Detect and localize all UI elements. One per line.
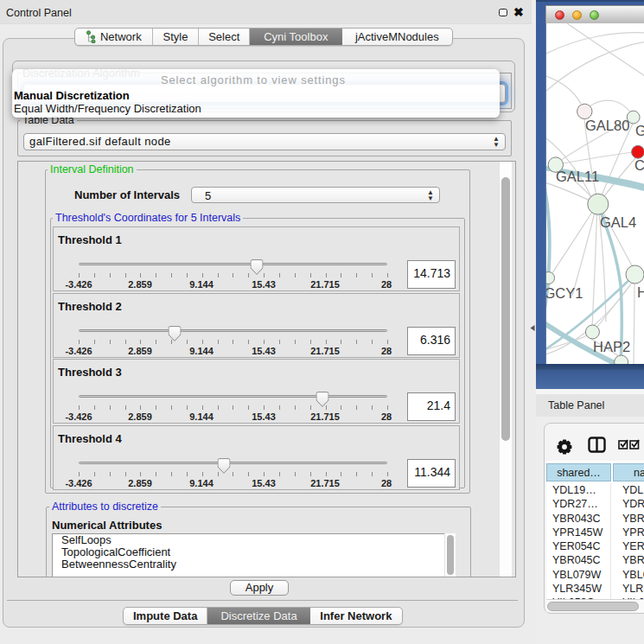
svg-text:GCY1: GCY1 <box>546 285 583 301</box>
svg-text:GA: GA <box>635 123 644 138</box>
svg-text:HAP2: HAP2 <box>593 339 630 354</box>
svg-text:C: C <box>634 157 644 173</box>
svg-text:GAL4: GAL4 <box>600 214 636 230</box>
svg-text:GAL11: GAL11 <box>556 169 599 184</box>
svg-text:GAL80: GAL80 <box>585 118 629 133</box>
svg-text:H: H <box>637 284 644 300</box>
